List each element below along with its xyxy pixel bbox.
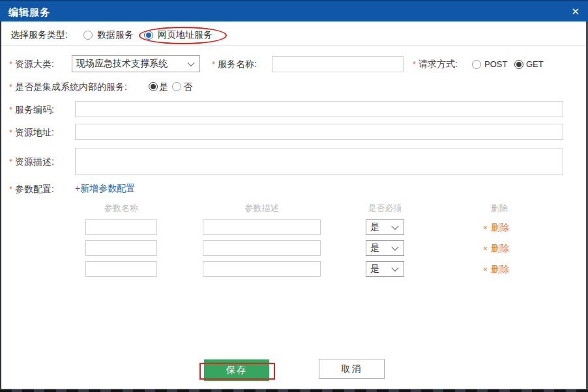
dialog-title: 编辑服务: [8, 7, 50, 19]
radio-internal-no[interactable]: [172, 82, 181, 91]
radio-get-label[interactable]: GET: [526, 59, 544, 70]
radio-web-address-service[interactable]: [144, 31, 153, 40]
service-code-label: *服务编码:: [9, 104, 54, 115]
radio-internal-yes[interactable]: [149, 82, 158, 91]
required-marker: *: [9, 59, 12, 69]
delete-x-icon: ×: [483, 223, 488, 232]
radio-internal-yes-label[interactable]: 是: [159, 81, 168, 92]
resource-address-label: *资源地址:: [9, 127, 54, 138]
delete-x-icon: ×: [483, 265, 488, 274]
chevron-down-icon: [187, 59, 194, 66]
param-table-row: 是 ×删除: [0, 219, 588, 235]
chevron-down-icon: [391, 223, 398, 230]
param-name-input[interactable]: [85, 261, 157, 277]
delete-row-link[interactable]: ×删除: [483, 222, 509, 234]
param-name-input[interactable]: [85, 240, 157, 256]
param-name-input[interactable]: [85, 219, 157, 235]
required-marker: *: [9, 184, 12, 194]
resource-address-input[interactable]: [75, 124, 563, 140]
radio-data-service-label[interactable]: 数据服务: [97, 29, 134, 40]
divider: [0, 45, 586, 46]
close-icon[interactable]: ✕: [571, 5, 580, 18]
param-table-row: 是 ×删除: [0, 240, 588, 256]
param-table-row: 是 ×删除: [0, 261, 588, 277]
radio-data-service[interactable]: [83, 31, 93, 40]
chevron-down-icon: [391, 264, 398, 272]
required-marker: *: [9, 82, 12, 92]
param-table-header-description: 参数描述: [203, 203, 321, 214]
delete-row-link[interactable]: ×删除: [483, 264, 509, 275]
required-marker: *: [413, 59, 416, 69]
dialog-titlebar: 编辑服务 ✕: [0, 0, 588, 21]
resource-description-label: *资源描述:: [9, 156, 54, 167]
resource-category-value: 现场应急技术支撑系统: [76, 58, 168, 70]
add-param-config-link[interactable]: +新增参数配置: [75, 183, 135, 195]
param-description-input[interactable]: [203, 240, 321, 256]
resource-category-label: *资源大类:: [9, 59, 54, 70]
edit-service-dialog: 编辑服务 ✕ 选择服务类型: 数据服务 网页地址服务 *资源大类: 现场应急技术…: [0, 0, 588, 392]
required-marker: *: [9, 105, 12, 115]
cancel-button[interactable]: 取消: [319, 359, 385, 379]
param-table-header-delete: 删除: [470, 203, 529, 214]
service-name-input[interactable]: [272, 56, 404, 72]
delete-row-link[interactable]: ×删除: [483, 243, 509, 255]
param-config-label: *参数配置:: [9, 184, 54, 195]
param-required-select[interactable]: 是: [366, 240, 404, 256]
service-type-label: 选择服务类型:: [10, 29, 68, 40]
request-method-label: *请求方式:: [413, 59, 458, 70]
delete-x-icon: ×: [483, 244, 488, 253]
param-description-input[interactable]: [203, 261, 321, 277]
radio-get[interactable]: [514, 60, 523, 69]
screen-edge-left: [0, 21, 1, 392]
radio-post[interactable]: [472, 60, 481, 69]
radio-web-address-service-label[interactable]: 网页地址服务: [158, 29, 213, 40]
param-required-value: 是: [370, 263, 379, 275]
param-required-value: 是: [370, 221, 379, 233]
param-table-header-name: 参数名称: [85, 203, 157, 214]
param-description-input[interactable]: [203, 219, 321, 235]
param-required-value: 是: [370, 242, 379, 254]
internal-service-label: *是否是集成系统内部的服务:: [9, 81, 127, 92]
required-marker: *: [9, 128, 12, 137]
save-button[interactable]: 保存: [204, 359, 269, 381]
required-marker: *: [212, 59, 215, 69]
screen-edge-bottom: [0, 389, 588, 392]
radio-post-label[interactable]: POST: [484, 59, 507, 70]
param-required-select[interactable]: 是: [366, 219, 404, 235]
resource-description-textarea[interactable]: [75, 148, 563, 175]
param-table-header-required: 是否必须: [366, 203, 404, 214]
resource-category-select[interactable]: 现场应急技术支撑系统: [72, 55, 200, 72]
chevron-down-icon: [391, 244, 398, 251]
required-marker: *: [9, 157, 12, 167]
radio-internal-no-label[interactable]: 否: [183, 81, 192, 92]
service-name-label: *服务名称:: [212, 59, 257, 70]
param-required-select[interactable]: 是: [366, 261, 404, 277]
service-code-input[interactable]: [75, 101, 563, 117]
